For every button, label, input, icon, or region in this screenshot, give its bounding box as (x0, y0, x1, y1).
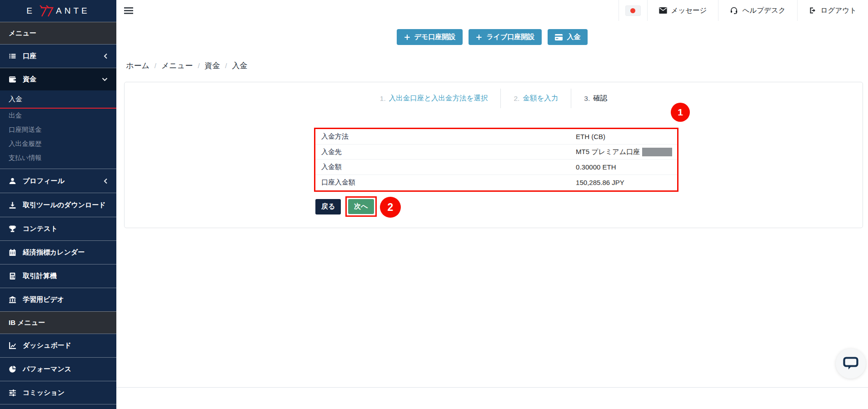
sidebar-item-funds-label: 資金 (23, 75, 36, 84)
deposit-destination-account: MT5 プレミアム口座 (576, 148, 640, 156)
account-action-buttons: デモ口座開設 ライブ口座開設 入金 (116, 29, 868, 45)
wizard-step-1-label: 入出金口座と入出金方法を選択 (389, 94, 488, 103)
helpdesk-button[interactable]: ヘルプデスク (718, 0, 797, 21)
hamburger-menu-icon[interactable] (124, 7, 133, 14)
user-icon (9, 177, 16, 185)
breadcrumb-funds[interactable]: 資金 (205, 60, 220, 71)
topbar-right-group: メッセージ ヘルプデスク ログアウト (619, 0, 868, 21)
sidebar-item-performance[interactable]: パフォーマンス (0, 357, 116, 381)
table-row-deposit-amount: 入金額 0.30000 ETH (315, 160, 677, 175)
sidebar-item-commission-label: コミッション (23, 389, 65, 397)
wizard-step-1-number: 1. (380, 95, 386, 103)
errante-logo[interactable]: E ANTE (0, 0, 116, 22)
sidebar-item-trading-calculator-label: 取引計算機 (23, 272, 57, 280)
sidebar-subitem-deposit-label: 入金 (9, 95, 22, 104)
table-row-deposit-method: 入金方法 ETH (CB) (315, 129, 677, 145)
logo-letters-ante: ANTE (56, 6, 90, 16)
headset-icon (730, 6, 738, 15)
open-demo-account-button[interactable]: デモ口座開設 (397, 29, 463, 45)
sidebar-item-commission[interactable]: コミッション (0, 381, 116, 404)
sidebar-subitem-payment-info[interactable]: 支払い情報 (0, 151, 116, 165)
breadcrumb-deposit: 入金 (232, 60, 248, 71)
sidebar-item-profile[interactable]: プロフィール (0, 169, 116, 193)
chevron-down-icon (102, 77, 108, 81)
wizard-step-2-label: 金額を入力 (523, 94, 558, 103)
deposit-method-value: ETH (CB) (576, 133, 605, 140)
breadcrumb-separator: / (155, 62, 156, 70)
open-live-account-button[interactable]: ライブ口座開設 (469, 29, 542, 45)
sidebar-item-dashboard-label: ダッシュボード (23, 341, 71, 350)
wizard-step-2[interactable]: 2. 金額を入力 (500, 89, 571, 108)
language-selector[interactable] (619, 0, 647, 21)
sidebar-subitem-history[interactable]: 入出金履歴 (0, 137, 116, 151)
sidebar-item-trading-tools-label: 取引ツールのダウンロード (23, 201, 106, 209)
sidebar-item-profile-label: プロフィール (23, 177, 65, 185)
wizard-step-3: 3. 確認 (571, 89, 620, 108)
sidebar-item-learning-videos-label: 学習用ビデオ (23, 295, 64, 304)
deposit-wizard-card: 1. 入出金口座と入出金方法を選択 2. 金額を入力 3. 確認 入金方法 ET… (124, 82, 863, 228)
back-button[interactable]: 戻る (315, 199, 341, 214)
credit-card-icon (555, 34, 563, 40)
sidebar-subitem-payment-info-label: 支払い情報 (9, 154, 42, 162)
deposit-amount-value: 0.30000 ETH (576, 163, 616, 171)
sidebar-item-dashboard[interactable]: ダッシュボード (0, 334, 116, 357)
pie-chart-icon (9, 365, 16, 373)
sidebar-item-learning-videos[interactable]: 学習用ビデオ (0, 288, 116, 311)
wizard-step-1[interactable]: 1. 入出金口座と入出金方法を選択 (367, 89, 501, 108)
deposit-summary-table-annotated: 入金方法 ETH (CB) 入金先 MT5 プレミアム口座 入金額 0.3000… (314, 128, 678, 192)
calendar-icon (9, 249, 16, 256)
sliders-icon (9, 389, 16, 397)
sidebar-section-menu-label: メニュー (9, 29, 36, 38)
sidebar-item-economic-calendar-label: 経済指標カレンダー (23, 248, 85, 257)
table-row-deposit-destination: 入金先 MT5 プレミアム口座 (315, 145, 677, 160)
chat-bubble-icon (843, 356, 858, 371)
sidebar-item-trading-calculator[interactable]: 取引計算機 (0, 264, 116, 288)
deposit-destination-label: 入金先 (315, 148, 576, 156)
sidebar-section-menu: メニュー (0, 22, 116, 44)
japan-flag-icon (625, 5, 641, 16)
sidebar-item-trading-tools-download[interactable]: 取引ツールのダウンロード (0, 193, 116, 217)
logout-button[interactable]: ログアウト (797, 0, 868, 21)
deposit-method-label: 入金方法 (315, 132, 576, 141)
plus-icon (404, 34, 410, 40)
sidebar-subitem-withdraw-label: 出金 (9, 111, 22, 120)
list-icon (9, 52, 16, 60)
wizard-footer-buttons: 戻る 次へ (315, 196, 377, 217)
sidebar-subitem-history-label: 入出金履歴 (9, 140, 42, 148)
sidebar-item-contest[interactable]: コンテスト (0, 217, 116, 240)
sidebar-subitem-transfer[interactable]: 口座間送金 (0, 123, 116, 137)
sidebar-item-funds[interactable]: 資金 (0, 68, 116, 90)
breadcrumb-home[interactable]: ホーム (126, 60, 150, 71)
logo-rr-icon (38, 5, 55, 17)
wizard-step-2-number: 2. (514, 95, 519, 103)
sidebar-item-economic-calendar[interactable]: 経済指標カレンダー (0, 240, 116, 264)
breadcrumb-menu[interactable]: メニュー (161, 60, 193, 71)
chevron-left-icon (104, 53, 108, 59)
sidebar-section-ib-menu-label: IB メニュー (9, 319, 45, 327)
messages-button[interactable]: メッセージ (647, 0, 718, 21)
sidebar: E ANTE メニュー 口座 資金 入金 出金 口座間送金 入出金履歴 支払い情… (0, 0, 116, 409)
table-row-account-deposit-amount: 口座入金額 150,285.86 JPY (315, 175, 677, 190)
breadcrumb: ホーム / メニュー / 資金 / 入金 (126, 60, 248, 71)
sidebar-subitem-withdraw[interactable]: 出金 (0, 109, 116, 123)
logo-letter-e: E (26, 6, 35, 16)
account-deposit-amount-value: 150,285.86 JPY (576, 179, 624, 186)
sidebar-item-accounts[interactable]: 口座 (0, 44, 116, 68)
chart-line-icon (9, 342, 16, 349)
submenu-spacer (0, 165, 116, 169)
sidebar-subitem-deposit[interactable]: 入金 (0, 90, 116, 109)
open-demo-account-label: デモ口座開設 (414, 33, 456, 41)
deposit-button[interactable]: 入金 (548, 29, 588, 45)
sidebar-subitem-transfer-label: 口座間送金 (9, 125, 42, 134)
chevron-left-icon (104, 178, 108, 184)
helpdesk-label: ヘルプデスク (742, 6, 785, 15)
next-button[interactable]: 次へ (348, 199, 374, 214)
download-icon (9, 201, 16, 209)
live-chat-button[interactable] (836, 349, 866, 379)
annotation-badge-2: 2 (380, 197, 401, 218)
breadcrumb-separator: / (198, 62, 200, 70)
sidebar-item-contest-label: コンテスト (23, 224, 58, 233)
messages-label: メッセージ (671, 6, 707, 15)
wizard-step-3-number: 3. (584, 95, 590, 103)
open-live-account-label: ライブ口座開設 (486, 33, 534, 41)
